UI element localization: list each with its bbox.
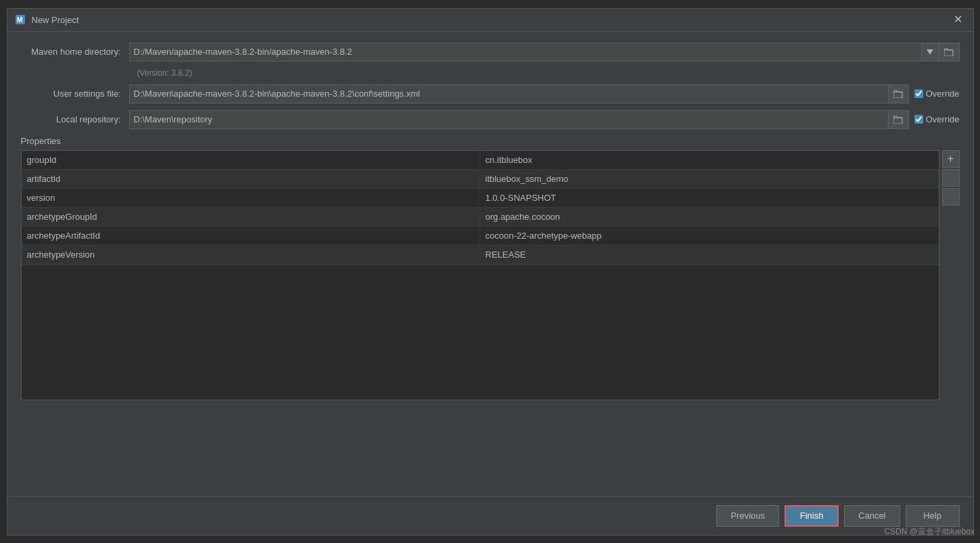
local-repo-browse-button[interactable] [889,110,909,129]
prop-key-version: version [22,189,480,207]
prop-value-archetype-version: RELEASE [480,245,939,264]
local-repo-input[interactable] [129,110,889,129]
maven-version-text: (Version: 3.8.2) [137,68,960,78]
properties-table: groupId cn.itbluebox artifactId itbluebo… [21,150,939,400]
prop-key-archetype-artifact: archetypeArtifactId [22,227,480,245]
prop-key-groupid: groupId [22,151,480,169]
maven-home-label: Maven home directory: [21,47,129,57]
properties-empty-area [22,264,939,400]
table-row: archetypeVersion RELEASE [22,245,939,264]
table-row: archetypeGroupId org.apache.cocoon [22,208,939,227]
local-repo-row: Local repository: Override [21,110,960,129]
new-project-dialog: M New Project ✕ Maven home directory: [7,8,974,536]
maven-home-browse-button[interactable] [939,43,960,62]
dialog-title: New Project [32,15,950,25]
prop-key-archetype-group: archetypeGroupId [22,208,480,226]
local-repo-label: Local repository: [21,114,129,124]
user-settings-override-label[interactable]: Override [926,89,960,99]
table-row: archetypeArtifactId cocoon-22-archetype-… [22,227,939,245]
table-row: artifactId itbluebox_ssm_demo [22,170,939,189]
prop-value-archetype-artifact: cocoon-22-archetype-webapp [480,227,939,245]
edit-property-button[interactable]: ✎ [942,188,960,206]
user-settings-override-checkbox[interactable] [914,89,923,98]
properties-table-wrapper: groupId cn.itbluebox artifactId itbluebo… [21,150,960,400]
table-row: groupId cn.itbluebox [22,151,939,170]
local-repo-override-group: Override [914,114,960,124]
user-settings-row: User settings file: Override [21,85,960,103]
local-repo-input-group: Override [129,110,960,129]
local-repo-override-label[interactable]: Override [926,114,960,124]
user-settings-browse-button[interactable] [889,85,909,103]
maven-home-input-group [129,43,960,62]
svg-rect-4 [893,92,902,98]
dialog-footer: Previous Finish Cancel Help [7,496,973,535]
dialog-content: Maven home directory: (Version: 3.8.2) U… [7,32,973,496]
local-repo-override-checkbox[interactable] [914,115,923,124]
user-settings-input-group: Override [129,85,960,103]
svg-rect-5 [893,118,902,124]
title-bar: M New Project ✕ [7,9,973,32]
close-button[interactable]: ✕ [950,13,966,26]
properties-section: Properties groupId cn.itbluebox artifact… [21,136,960,400]
svg-marker-2 [927,49,933,55]
maven-home-row: Maven home directory: [21,43,960,62]
user-settings-override-group: Override [914,89,960,99]
help-button[interactable]: Help [906,505,960,527]
prop-key-archetype-version: archetypeVersion [22,245,480,264]
maven-home-input[interactable] [129,43,922,62]
prop-value-artifactid: itbluebox_ssm_demo [480,170,939,188]
finish-button[interactable]: Finish [785,505,839,527]
add-property-button[interactable]: + [942,150,960,168]
prop-value-archetype-group: org.apache.cocoon [480,208,939,226]
remove-property-button[interactable]: − [942,169,960,187]
watermark-text: CSDN @蓝盒子itbluebox [884,526,975,538]
user-settings-label: User settings file: [21,89,129,99]
table-row: version 1.0.0-SNAPSHOT [22,189,939,208]
cancel-button[interactable]: Cancel [844,505,900,527]
properties-title: Properties [21,136,960,146]
previous-button[interactable]: Previous [716,505,779,527]
user-settings-input[interactable] [129,85,889,103]
prop-value-groupid: cn.itbluebox [480,151,939,169]
svg-text:M: M [17,16,22,24]
prop-value-version: 1.0.0-SNAPSHOT [480,189,939,207]
properties-side-buttons: + − ✎ [942,150,960,400]
maven-home-dropdown-button[interactable] [922,43,939,62]
app-icon: M [14,14,26,26]
prop-key-artifactid: artifactId [22,170,480,188]
svg-rect-3 [944,50,953,56]
